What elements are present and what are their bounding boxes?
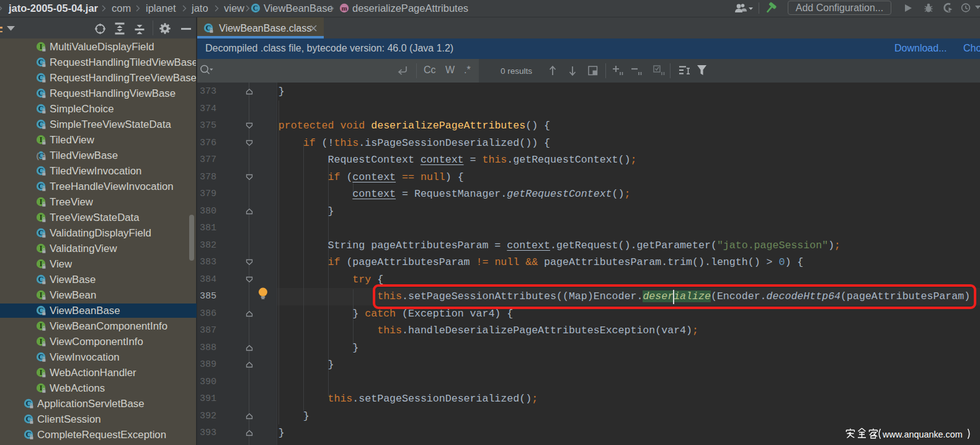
svg-text:m: m <box>341 4 347 12</box>
svg-text:C: C <box>253 4 258 12</box>
svg-text:www.anquanke.com: www.anquanke.com <box>882 429 963 439</box>
